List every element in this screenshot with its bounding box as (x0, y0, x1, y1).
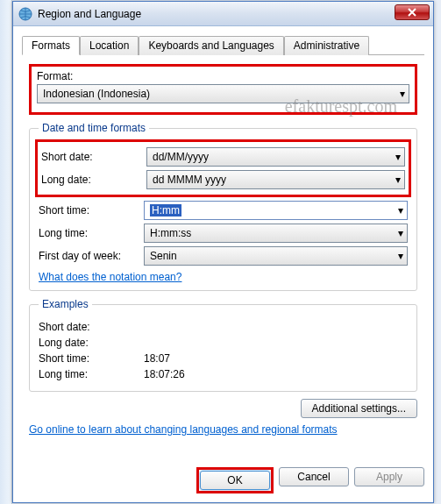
format-combo-value: Indonesian (Indonesia) (43, 88, 150, 100)
tab-formats[interactable]: Formats (22, 36, 80, 55)
ex-short-time-value: 18:07 (144, 352, 170, 365)
close-button[interactable] (395, 4, 430, 20)
short-date-combo[interactable]: dd/MM/yyyy ▾ (146, 147, 405, 167)
background-strip (0, 0, 12, 504)
examples-group: Examples Short date: Long date: Short ti… (29, 298, 417, 392)
first-day-label: First day of week: (39, 250, 144, 262)
client-area: Formats Location Keyboards and Languages… (13, 26, 433, 502)
long-time-combo[interactable]: H:mm:ss ▾ (144, 224, 408, 243)
ex-long-date-label: Long date: (39, 337, 144, 349)
first-day-value: Senin (150, 250, 177, 262)
chevron-down-icon: ▾ (395, 151, 401, 163)
chevron-down-icon: ▾ (395, 174, 401, 186)
titlebar[interactable]: Region and Language (13, 2, 433, 26)
tabstrip: Formats Location Keyboards and Languages… (22, 35, 424, 55)
chevron-down-icon: ▾ (400, 88, 405, 100)
window-title: Region and Language (38, 8, 141, 20)
dates-highlight: Short date: dd/MM/yyyy ▾ Long date: (35, 139, 411, 197)
long-date-value: dd MMMM yyyy (153, 174, 226, 186)
short-time-label: Short time: (39, 204, 144, 217)
tab-location[interactable]: Location (80, 36, 139, 55)
additional-settings-button[interactable]: Additional settings... (301, 399, 417, 418)
apply-button: Apply (354, 467, 424, 486)
ex-long-time-label: Long time: (39, 368, 144, 380)
first-day-combo[interactable]: Senin ▾ (144, 246, 408, 266)
format-combo[interactable]: Indonesian (Indonesia) ▾ (37, 84, 409, 103)
date-time-formats-legend: Date and time formats (39, 122, 149, 134)
format-label: Format: (37, 70, 409, 82)
chevron-down-icon: ▾ (398, 227, 403, 239)
examples-legend: Examples (39, 298, 92, 310)
date-time-formats-group: Date and time formats Short date: dd/MM/… (29, 122, 417, 291)
short-time-combo[interactable]: H:mm ▾ (144, 201, 408, 220)
long-date-label: Long date: (41, 174, 146, 186)
cancel-button[interactable]: Cancel (279, 467, 349, 486)
ok-button[interactable]: OK (200, 471, 270, 490)
tab-pane-formats: Format: Indonesian (Indonesia) ▾ Date an… (22, 55, 424, 458)
dialog-window: Region and Language Formats Location Key… (12, 1, 434, 503)
short-date-value: dd/MM/yyyy (153, 151, 209, 163)
format-highlight: Format: Indonesian (Indonesia) ▾ (29, 64, 417, 115)
short-date-label: Short date: (41, 151, 146, 163)
go-online-link[interactable]: Go online to learn about changing langua… (29, 423, 417, 436)
ex-short-date-label: Short date: (39, 321, 144, 333)
notation-link[interactable]: What does the notation mean? (39, 271, 181, 283)
long-time-label: Long time: (39, 227, 144, 239)
ok-highlight: OK (196, 467, 274, 493)
ex-short-time-label: Short time: (39, 352, 144, 365)
ex-long-time-value: 18:07:26 (144, 368, 185, 380)
chevron-down-icon: ▾ (398, 250, 403, 262)
dialog-footer: OK Cancel Apply (22, 458, 424, 493)
globe-icon (18, 7, 32, 21)
tab-administrative[interactable]: Administrative (284, 36, 369, 55)
short-time-value: H:mm (150, 204, 181, 217)
close-icon (408, 8, 416, 17)
long-date-combo[interactable]: dd MMMM yyyy ▾ (146, 170, 405, 189)
tab-keyboards[interactable]: Keyboards and Languages (139, 36, 283, 55)
chevron-down-icon: ▾ (398, 204, 403, 217)
long-time-value: H:mm:ss (150, 227, 191, 239)
